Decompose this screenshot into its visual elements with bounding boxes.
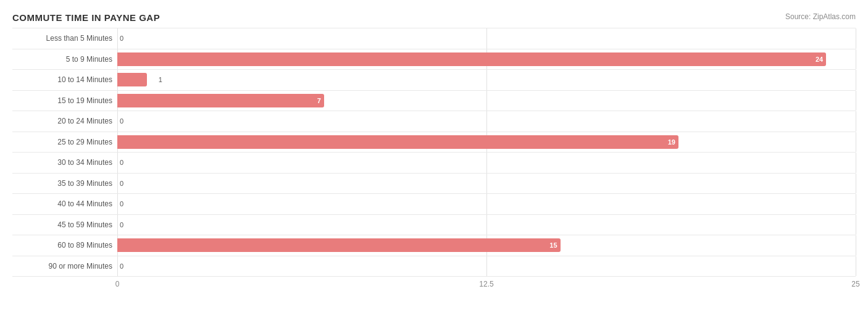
x-axis: 012.525	[117, 277, 856, 289]
bar-label: 5 to 9 Minutes	[12, 55, 117, 64]
bar-track: 19	[117, 132, 856, 153]
bar-fill: 1	[117, 73, 147, 86]
bar-value-zero: 0	[120, 180, 123, 187]
bar-value-zero: 0	[120, 117, 123, 125]
bar-label: 20 to 24 Minutes	[12, 117, 117, 125]
bar-fill: 15	[117, 238, 561, 252]
bar-row: 15 to 19 Minutes7	[12, 91, 856, 112]
bar-value: 24	[816, 56, 823, 63]
bar-track: 7	[117, 91, 856, 111]
chart-container: COMMUTE TIME IN PAYNE GAP Source: ZipAtl…	[0, 0, 868, 323]
bar-row: 25 to 29 Minutes19	[12, 132, 856, 153]
bar-label: 30 to 34 Minutes	[12, 158, 117, 167]
bar-value: 19	[668, 138, 675, 146]
bar-value-zero: 0	[120, 159, 123, 166]
x-tick: 12.5	[479, 280, 493, 288]
bar-track: 0	[117, 215, 856, 235]
bars-section: Less than 5 Minutes05 to 9 Minutes2410 t…	[12, 28, 856, 277]
x-tick: 25	[851, 280, 859, 288]
bar-label: 60 to 89 Minutes	[12, 241, 117, 250]
bar-label: 35 to 39 Minutes	[12, 179, 117, 188]
bar-value: 15	[549, 241, 557, 249]
bar-fill: 24	[117, 52, 826, 66]
chart-area: Less than 5 Minutes05 to 9 Minutes2410 t…	[12, 28, 856, 289]
bar-track: 0	[117, 28, 856, 49]
bar-fill: 19	[117, 135, 678, 149]
bar-label: 15 to 19 Minutes	[12, 96, 117, 105]
chart-title: COMMUTE TIME IN PAYNE GAP	[12, 12, 856, 23]
bar-row: 40 to 44 Minutes0	[12, 194, 856, 215]
source-text: Source: ZipAtlas.com	[785, 12, 856, 21]
bar-value: 7	[317, 97, 321, 104]
bar-label: 10 to 14 Minutes	[12, 75, 117, 84]
bar-fill: 7	[117, 94, 324, 107]
bar-row: 60 to 89 Minutes15	[12, 235, 856, 256]
bar-value-zero: 0	[120, 35, 123, 42]
bar-track: 0	[117, 111, 856, 132]
bar-value-zero: 0	[120, 221, 123, 229]
bar-row: Less than 5 Minutes0	[12, 28, 856, 49]
bar-row: 90 or more Minutes0	[12, 256, 856, 277]
bar-track: 0	[117, 194, 856, 214]
bar-label: 45 to 59 Minutes	[12, 220, 117, 229]
bar-value: 1	[159, 76, 162, 83]
bar-value-zero: 0	[120, 262, 123, 270]
bar-label: 90 or more Minutes	[12, 262, 117, 271]
bar-track: 0	[117, 256, 856, 277]
bar-value-zero: 0	[120, 200, 123, 208]
bar-track: 24	[117, 49, 856, 70]
bar-label: Less than 5 Minutes	[12, 34, 117, 43]
bar-row: 10 to 14 Minutes1	[12, 70, 856, 91]
x-tick: 0	[115, 280, 120, 288]
bar-track: 1	[117, 70, 856, 90]
bar-label: 25 to 29 Minutes	[12, 138, 117, 146]
bar-row: 5 to 9 Minutes24	[12, 49, 856, 70]
bar-row: 35 to 39 Minutes0	[12, 174, 856, 195]
bar-row: 20 to 24 Minutes0	[12, 111, 856, 132]
bar-label: 40 to 44 Minutes	[12, 199, 117, 208]
bar-track: 15	[117, 235, 856, 256]
bar-row: 30 to 34 Minutes0	[12, 153, 856, 174]
bar-track: 0	[117, 174, 856, 194]
bar-track: 0	[117, 153, 856, 173]
bar-row: 45 to 59 Minutes0	[12, 215, 856, 236]
